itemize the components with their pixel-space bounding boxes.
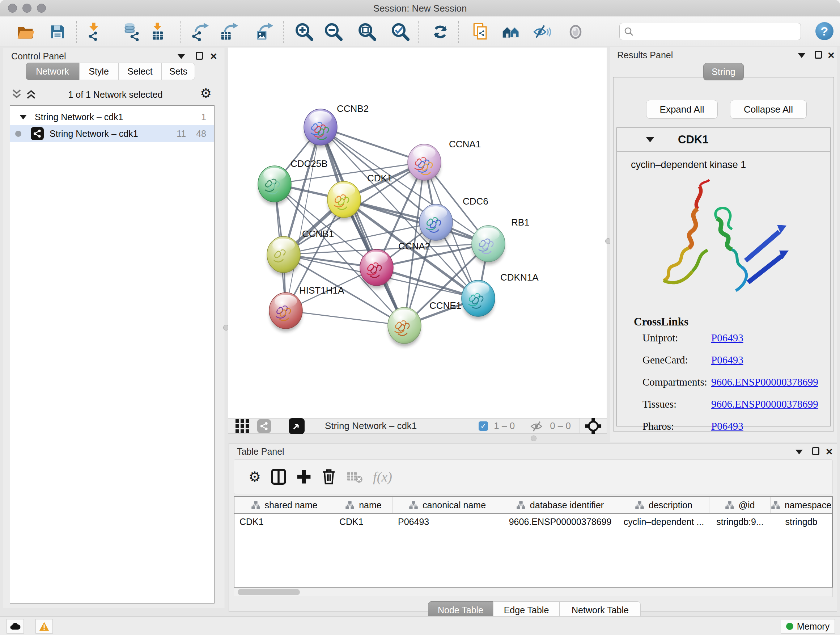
network-canvas[interactable]: CCNB2CCNA1CDC25BCDK1CDC6RB1CCNB1CCNA2CDK…: [228, 47, 607, 418]
hide-selection-button[interactable]: [531, 21, 553, 42]
network-node[interactable]: CDKN1A: [462, 272, 538, 319]
table-row[interactable]: CDK1CDK1P064939606.ENSP00000378699cyclin…: [234, 514, 832, 530]
results-panel-close-button[interactable]: ×: [828, 49, 835, 61]
zoom-fit-button[interactable]: [357, 21, 378, 42]
network-view-icon[interactable]: [257, 419, 271, 433]
tab-network[interactable]: Network: [26, 63, 79, 80]
copy-network-button[interactable]: [470, 21, 491, 42]
table-cell[interactable]: cyclin–dependent ...: [618, 516, 709, 527]
chevron-down-icon: [796, 450, 803, 454]
grid-view-icon[interactable]: [235, 419, 249, 433]
crosslink-url[interactable]: P06493: [711, 354, 744, 366]
gene-header-row[interactable]: CDK1: [617, 128, 830, 152]
table-cell[interactable]: CDK1: [234, 516, 334, 527]
network-edge-count: 48: [196, 128, 206, 139]
table-cell[interactable]: CDK1: [334, 516, 393, 527]
control-panel-close-button[interactable]: ×: [210, 50, 217, 62]
expand-all-button[interactable]: Expand All: [646, 100, 718, 119]
table-panel-close-button[interactable]: ×: [826, 446, 833, 457]
control-panel-menu-button[interactable]: [178, 54, 185, 60]
zoom-selected-button[interactable]: [390, 21, 411, 42]
results-panel-float-button[interactable]: [815, 51, 822, 60]
network-node[interactable]: HIST1H1A: [269, 285, 344, 332]
save-floppy-icon: [48, 22, 67, 42]
tab-sets[interactable]: Sets: [162, 63, 195, 80]
export-network-button[interactable]: [189, 21, 210, 42]
network-graph[interactable]: CCNB2CCNA1CDC25BCDK1CDC6RB1CCNB1CCNA2CDK…: [228, 48, 607, 418]
open-session-button[interactable]: [15, 21, 36, 42]
table-cell[interactable]: stringdb: [771, 516, 832, 527]
cloud-status-button[interactable]: [6, 619, 24, 633]
control-panel-float-button[interactable]: [196, 52, 203, 61]
export-image-button[interactable]: [254, 21, 275, 42]
column-header-namespace[interactable]: namespace: [771, 497, 832, 513]
zoom-in-button[interactable]: [294, 21, 315, 42]
gear-icon[interactable]: ⚙: [200, 86, 212, 101]
network-collection-row[interactable]: String Network – cdk1 1: [10, 109, 214, 125]
column-header-label: namespace: [785, 500, 831, 510]
warning-status-button[interactable]: [35, 619, 53, 633]
memory-button[interactable]: Memory: [781, 619, 835, 633]
crosslink-url[interactable]: P06493: [711, 332, 744, 344]
import-table-icon: [148, 22, 168, 42]
scrollbar-thumb[interactable]: [238, 589, 300, 595]
crosslink-label: GeneCard:: [643, 354, 711, 366]
expand-all-networks-button[interactable]: [26, 89, 36, 100]
table-cell[interactable]: stringdb:9...: [709, 516, 771, 527]
float-window-icon: [196, 52, 203, 60]
results-panel-menu-button[interactable]: [798, 53, 805, 59]
column-header-canonical-name[interactable]: canonical name: [393, 497, 502, 513]
network-row-selected[interactable]: String Network – cdk1 11 48: [10, 125, 214, 142]
column-header-name[interactable]: name: [334, 497, 393, 513]
refresh-button[interactable]: [430, 21, 451, 42]
hidden-eye-icon[interactable]: [530, 420, 545, 432]
double-chevron-up-icon: [26, 89, 36, 100]
tab-style[interactable]: Style: [79, 63, 118, 80]
column-header-shared-name[interactable]: shared name: [234, 497, 334, 513]
table-cell[interactable]: P06493: [393, 516, 502, 527]
delete-trash-icon[interactable]: [322, 469, 336, 485]
columns-icon[interactable]: [271, 469, 286, 485]
network-edge[interactable]: [286, 310, 404, 325]
save-session-button[interactable]: [47, 21, 68, 42]
network-edge[interactable]: [286, 127, 321, 310]
network-node[interactable]: CCNA1: [408, 139, 481, 183]
table-settings-gear-icon[interactable]: ⚙: [248, 469, 261, 485]
selected-checkbox[interactable]: ✓: [478, 421, 488, 431]
table-panel-menu-button[interactable]: [796, 449, 803, 456]
tree-expand-icon[interactable]: [19, 115, 27, 119]
network-type-icon: [31, 127, 44, 140]
horizontal-splitter-handle[interactable]: [531, 435, 537, 441]
export-table-button[interactable]: [218, 21, 240, 42]
table-panel-float-button[interactable]: [812, 447, 819, 456]
detach-view-button[interactable]: [289, 418, 305, 434]
search-field[interactable]: [636, 26, 801, 37]
network-node[interactable]: CCNB2: [304, 103, 369, 148]
collapse-all-networks-button[interactable]: [11, 89, 22, 100]
crosslink-url[interactable]: 9606.ENSP00000378699: [711, 398, 818, 410]
column-header-database-identifier[interactable]: database identifier: [502, 497, 618, 513]
toggle-eye-button[interactable]: [565, 21, 586, 42]
network-selection-status: 1 of 1 Network selected: [47, 89, 184, 100]
search-input[interactable]: [619, 23, 801, 40]
table-cell[interactable]: 9606.ENSP00000378699: [502, 516, 618, 527]
column-header--id[interactable]: @id: [709, 497, 771, 513]
tab-select[interactable]: Select: [118, 63, 162, 80]
houses-icon: [501, 22, 521, 42]
network-node[interactable]: RB1: [472, 217, 530, 264]
import-network-button[interactable]: [83, 21, 104, 42]
help-button[interactable]: ?: [815, 22, 834, 40]
table-horizontal-scrollbar[interactable]: [234, 587, 833, 597]
crosslink-url[interactable]: 9606.ENSP00000378699: [711, 376, 818, 388]
column-header-description[interactable]: description: [618, 497, 709, 513]
show-all-networks-button[interactable]: [501, 21, 522, 42]
zoom-out-button[interactable]: [323, 21, 344, 42]
crosslink-url[interactable]: P06493: [711, 420, 744, 432]
collapse-all-button[interactable]: Collapse All: [730, 100, 807, 119]
crosshair-icon[interactable]: [585, 418, 602, 434]
tab-string[interactable]: String: [703, 63, 744, 80]
import-network-from-database-button[interactable]: [121, 21, 142, 42]
import-table-button[interactable]: [148, 21, 169, 42]
results-panel: Results Panel × String Expand All Collap…: [610, 47, 837, 442]
add-column-icon[interactable]: [296, 469, 311, 485]
